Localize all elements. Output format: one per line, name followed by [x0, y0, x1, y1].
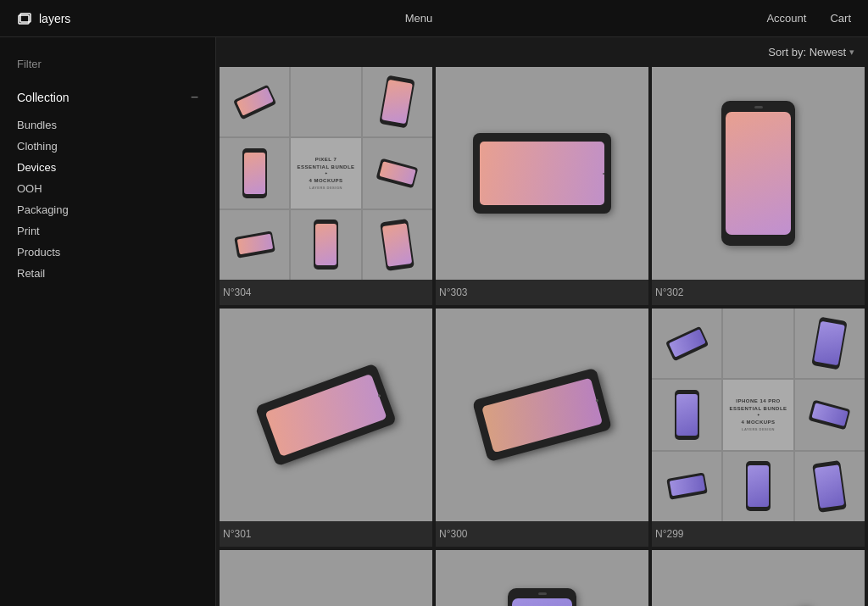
screen-302 [726, 112, 791, 235]
screen-300 [481, 377, 602, 452]
product-card-299[interactable]: IPHONE 14 PRO ESSENTIAL BUNDLE ✦ 4 MOCKU… [652, 309, 865, 547]
product-image-303 [436, 67, 648, 280]
product-card-304[interactable]: PIXEL 7 ESSENTIAL BUNDLE ✦ 4 MOCKUPS LAY… [220, 67, 432, 305]
product-card-302[interactable]: N°302 [652, 67, 865, 305]
phone-300 [472, 368, 612, 463]
sidebar-item-clothing[interactable]: Clothing [0, 136, 215, 157]
screen-303 [480, 142, 604, 204]
collapse-icon: − [191, 91, 198, 104]
sidebar-item-bundles[interactable]: Bundles [0, 114, 215, 136]
screen-301 [265, 374, 387, 457]
logo-icon [17, 11, 32, 26]
product-image-298 [220, 550, 432, 606]
product-image-297 [436, 550, 648, 606]
bundle-304-subtitle: ESSENTIAL BUNDLE [297, 164, 354, 170]
product-label-299: N°299 [652, 521, 865, 547]
product-label-300: N°300 [436, 521, 648, 547]
sidebar-item-ooh[interactable]: OOH [0, 178, 215, 199]
sidebar-item-print[interactable]: Print [0, 220, 215, 242]
product-card-297[interactable]: N°297 [436, 550, 648, 606]
bundle-304-count: 4 MOCKUPS [297, 177, 354, 184]
product-label-304: N°304 [220, 280, 432, 305]
product-card-300[interactable]: N°300 [436, 309, 648, 547]
bundle-299-count: 4 MOCKUPS [729, 419, 787, 425]
logo-text: layers [39, 12, 70, 25]
cart-link[interactable]: Cart [830, 12, 851, 25]
header-nav: Menu [405, 12, 433, 25]
sidebar: Filter Collection − Bundles Clothing Dev… [0, 37, 216, 606]
sidebar-item-devices[interactable]: Devices [0, 157, 215, 178]
product-label-303: N°303 [436, 280, 648, 305]
product-label-302: N°302 [652, 280, 865, 305]
sort-select[interactable]: Sort by: Newest ▾ [768, 46, 854, 58]
phone-303 [473, 133, 611, 214]
main-layout: Filter Collection − Bundles Clothing Dev… [0, 37, 868, 606]
product-image-300 [436, 309, 648, 521]
collection-label: Collection [17, 91, 69, 104]
main-content: Sort by: Newest ▾ [216, 37, 868, 606]
bundle-304-title: PIXEL 7 [297, 156, 354, 163]
bundle-304-brand: LAYERS DESIGN [297, 186, 354, 191]
collection-section-header[interactable]: Collection − [0, 84, 215, 111]
menu-link[interactable]: Menu [405, 12, 433, 25]
product-image-301 [220, 309, 432, 521]
header: layers Menu Account Cart [0, 0, 868, 37]
account-link[interactable]: Account [766, 12, 806, 25]
sort-label: Sort by: Newest [768, 46, 846, 58]
phone-297 [508, 588, 576, 606]
product-image-302 [652, 67, 865, 280]
screen-297 [512, 598, 572, 606]
category-menu: Bundles Clothing Devices OOH Packaging P… [0, 111, 215, 287]
product-card-298[interactable]: N°298 [220, 550, 432, 606]
bundle-299-title: IPHONE 14 PRO [729, 398, 787, 404]
product-card-296[interactable]: N°296 [652, 550, 865, 606]
product-image-299: IPHONE 14 PRO ESSENTIAL BUNDLE ✦ 4 MOCKU… [652, 309, 865, 521]
product-card-303[interactable]: N°303 [436, 67, 648, 305]
product-card-301[interactable]: N°301 [220, 309, 432, 547]
product-image-296 [652, 550, 865, 606]
sort-chevron-icon: ▾ [849, 47, 854, 58]
sort-bar: Sort by: Newest ▾ [216, 37, 868, 67]
product-image-304: PIXEL 7 ESSENTIAL BUNDLE ✦ 4 MOCKUPS LAY… [220, 67, 432, 280]
phone-301 [255, 363, 397, 466]
product-label-301: N°301 [220, 521, 432, 547]
sidebar-item-retail[interactable]: Retail [0, 263, 215, 284]
logo[interactable]: layers [17, 11, 70, 26]
filter-label: Filter [0, 51, 215, 84]
bundle-299-subtitle: ESSENTIAL BUNDLE [729, 405, 787, 412]
phone-302 [721, 101, 796, 246]
product-grid: PIXEL 7 ESSENTIAL BUNDLE ✦ 4 MOCKUPS LAY… [216, 67, 868, 606]
sidebar-item-products[interactable]: Products [0, 242, 215, 263]
sidebar-item-packaging[interactable]: Packaging [0, 199, 215, 220]
bundle-299-brand: LAYERS DESIGN [729, 427, 787, 432]
